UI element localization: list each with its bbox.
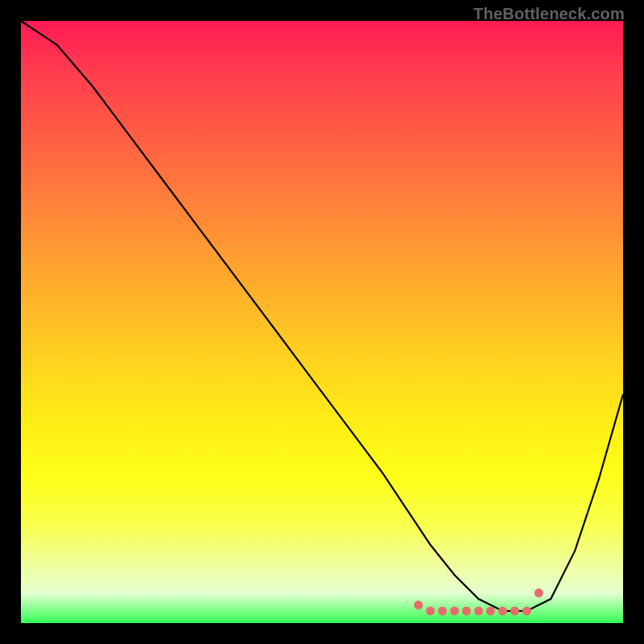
highlight-marker (486, 607, 495, 616)
highlight-marker (414, 601, 423, 609)
bottleneck-curve-line (21, 21, 623, 611)
chart-container: TheBottleneck.com (0, 0, 644, 644)
highlight-marker (535, 588, 543, 597)
highlight-marker (522, 607, 531, 616)
highlight-marker (438, 607, 447, 616)
highlight-markers (414, 588, 543, 615)
highlight-marker (498, 607, 507, 616)
highlight-marker (462, 607, 471, 616)
highlight-marker (450, 607, 459, 616)
highlight-marker (474, 607, 483, 616)
chart-svg (21, 21, 623, 623)
highlight-marker (510, 607, 519, 616)
watermark-text: TheBottleneck.com (473, 5, 625, 23)
highlight-marker (426, 607, 435, 616)
